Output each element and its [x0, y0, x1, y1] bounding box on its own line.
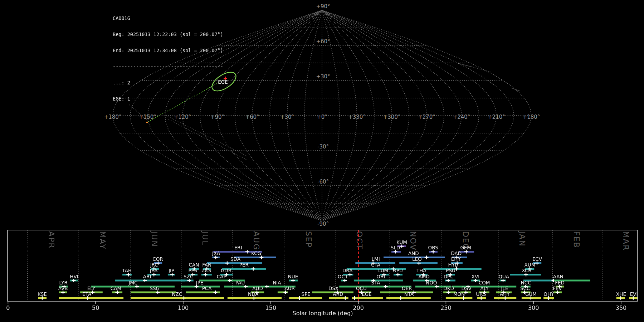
- shower-peak-marker: [425, 256, 429, 259]
- shower-label: FEV: [553, 286, 562, 291]
- shower-label: DAD: [451, 250, 462, 256]
- shower-label: PSU: [446, 268, 455, 273]
- shower-label: SPE: [302, 291, 311, 297]
- lon-label: +270°: [418, 114, 435, 120]
- shower-peak-marker: [40, 296, 44, 300]
- month-label: SEP: [304, 231, 313, 248]
- end-time-line: End: 20251013 12:34:08 (sol = 200.07°): [113, 48, 223, 53]
- month-label: APR: [47, 231, 56, 249]
- ege-count: EGE: 1: [113, 96, 223, 102]
- month-label: OCT: [355, 231, 364, 250]
- shower-peak-marker: [225, 262, 229, 265]
- shower-label: COR: [152, 256, 163, 262]
- shower-bar-spe: [289, 297, 322, 299]
- month-label: NOV: [409, 231, 418, 250]
- lon-label: +330°: [348, 114, 366, 120]
- shower-peak-marker: [417, 262, 421, 265]
- plot-canvas: +180°+150°+120°+90°+60°+30°+0°+330°+300°…: [0, 0, 644, 322]
- shower-label: KSE: [38, 291, 47, 297]
- shower-label: XUM: [525, 262, 536, 268]
- month-label: JUN: [150, 230, 159, 247]
- lon-label: +210°: [488, 114, 505, 120]
- lat-label: -90°: [317, 221, 329, 227]
- shower-peak-marker: [283, 291, 287, 294]
- shower-peak-marker: [556, 291, 560, 294]
- shower-label: NDA: [248, 291, 259, 297]
- shower-label: SDA: [230, 256, 241, 262]
- shower-label: NTA: [404, 291, 414, 297]
- shower-label: ETA: [82, 291, 92, 297]
- shower-peak-marker: [396, 273, 400, 277]
- shower-label: LUM: [378, 268, 388, 273]
- shower-label: SLD: [391, 245, 400, 250]
- shower-label: AUR: [284, 286, 295, 291]
- shower-label: ELY: [87, 286, 96, 291]
- shower-label: FED: [555, 280, 565, 286]
- shower-label: ARD: [333, 291, 343, 297]
- shower-bar-szc: [181, 280, 194, 282]
- shower-peak-marker: [464, 250, 468, 254]
- x-tick-label: 200: [353, 304, 364, 311]
- shower-peak-marker: [619, 296, 623, 300]
- shower-label: AVB: [58, 286, 68, 291]
- shower-label: EHY: [451, 256, 461, 262]
- shower-label: FAN: [202, 262, 211, 268]
- sporadic-trail-dotted: [168, 119, 246, 160]
- sporadic-trail-dotted: [165, 115, 247, 156]
- shower-label: AMO: [418, 274, 430, 279]
- shower-peak-marker: [631, 296, 635, 300]
- shower-label: TAH: [122, 268, 132, 273]
- shower-label: GEM: [460, 245, 471, 250]
- shower-label: JLE: [501, 286, 508, 291]
- shower-bar-ari: [115, 280, 185, 282]
- shower-peak-marker: [384, 285, 388, 288]
- shower-peak-marker: [298, 296, 302, 300]
- shower-label: PAU: [235, 280, 245, 286]
- shower-label: NCC: [521, 280, 531, 286]
- shower-label: JPE: [196, 280, 204, 286]
- shower-peak-marker: [135, 285, 139, 288]
- lon-label: +90°: [210, 114, 224, 120]
- shower-label: KCG: [251, 250, 261, 256]
- shower-peak-marker: [214, 291, 218, 294]
- shower-peak-marker: [72, 279, 76, 282]
- shower-peak-marker: [447, 291, 450, 294]
- month-label: MAR: [621, 231, 630, 251]
- shower-label: NOO: [426, 280, 437, 286]
- shower-peak-marker: [431, 250, 435, 254]
- shower-label: ZCS: [201, 268, 211, 273]
- shower-peak-marker: [524, 273, 528, 277]
- shower-peak-marker: [252, 296, 256, 300]
- shower-label: XCB: [522, 268, 532, 273]
- shower-label: JMC: [128, 280, 137, 286]
- shower-bar-sta: [339, 286, 411, 288]
- shower-peak-marker: [400, 245, 404, 248]
- shower-label: ARI: [143, 274, 151, 279]
- shower-label: ERI: [234, 245, 242, 250]
- shower-peak-marker: [352, 296, 356, 300]
- lat-label: +90°: [316, 3, 330, 10]
- shower-bar-eta: [59, 297, 123, 299]
- radiant-plot-screenshot: +180°+150°+120°+90°+60°+30°+0°+330°+300°…: [0, 0, 644, 322]
- sporadic-trail-segment: [458, 63, 472, 67]
- shower-bar-sda: [207, 262, 262, 264]
- station-id: CA001G: [113, 16, 223, 21]
- shower-label: GDR: [221, 268, 231, 273]
- shower-label: URS: [476, 291, 486, 297]
- shower-peak-marker: [156, 291, 160, 294]
- shower-bar-ssg: [131, 292, 176, 293]
- shower-label: AHY: [500, 291, 510, 297]
- shower-label: DKD: [443, 286, 454, 291]
- shower-peak-marker: [348, 273, 352, 277]
- shower-label: LYR: [59, 280, 67, 286]
- shower-label: CAM: [111, 286, 121, 291]
- observation-header: CA001G Beg: 20251013 12:22:03 (sol = 200…: [113, 5, 223, 112]
- lat-label: -30°: [317, 143, 329, 150]
- shower-peak-marker: [182, 296, 186, 300]
- shower-peak-marker: [435, 285, 439, 288]
- lon-label: +30°: [280, 114, 294, 120]
- sporadic-trail-segment: [512, 88, 519, 91]
- x-tick-label: 50: [92, 304, 99, 311]
- shower-peak-marker: [126, 273, 130, 277]
- shower-peak-marker: [115, 291, 119, 294]
